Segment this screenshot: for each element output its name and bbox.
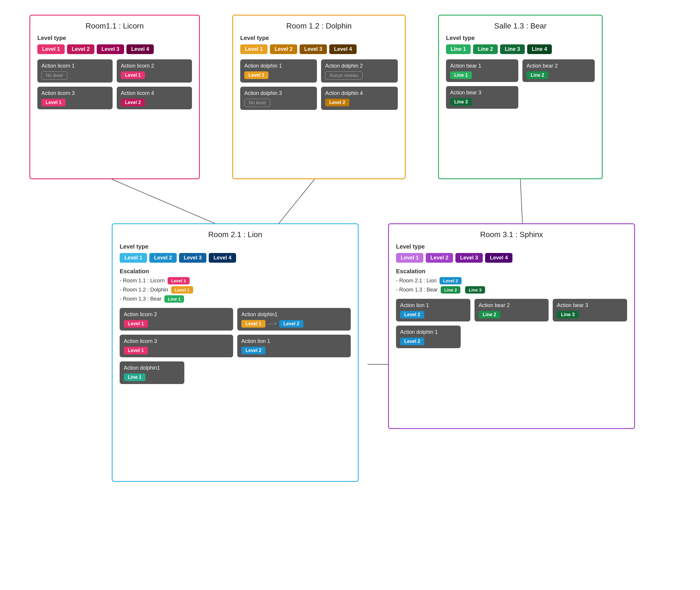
action-dolphin-2[interactable]: Action dolphin 2 Aucun niveau xyxy=(321,59,398,83)
room-31-level-type: Level type xyxy=(396,243,627,250)
action-bear-1-title: Action bear 1 xyxy=(450,63,514,69)
room-13-level-type: Level type xyxy=(446,35,595,41)
action-dolphin-3-title: Action dolphin 3 xyxy=(244,90,313,96)
badge-green-4[interactable]: Line 4 xyxy=(527,44,552,54)
room-11-badges: Level 1 Level 2 Level 3 Level 4 xyxy=(37,44,192,54)
action-dolphin1-line1-title: Action dolphin1 xyxy=(124,365,180,371)
action-dolphin-2-badge: Aucun niveau xyxy=(325,71,362,80)
badge-green-1[interactable]: Line 1 xyxy=(446,44,471,54)
action-bear-2-room31-title: Action bear 2 xyxy=(478,302,545,308)
action-dolphin1-badge2: Level 2 xyxy=(279,320,303,328)
action-licorn-3[interactable]: Action licorn 3 Level 1 xyxy=(37,87,113,109)
action-lion-1-room21[interactable]: Action lion 1 Level 2 xyxy=(237,335,351,357)
escalation-dolphin-text: - Room 1.2 : Dolphin xyxy=(120,287,168,293)
escalation-licorn-badge: Level 1 xyxy=(168,277,190,284)
action-dolphin-1-room31-title: Action dolphin 1 xyxy=(400,329,457,335)
action-dolphin-1-title: Action dolphin 1 xyxy=(244,63,313,69)
escalation-licorn-text: - Room 1.1 : Licorn xyxy=(120,278,165,284)
room-13-actions: Action bear 1 Line 1 Action bear 2 Line … xyxy=(446,59,595,109)
badge-orange-2[interactable]: Level 2 xyxy=(270,44,297,54)
badge-orange-4[interactable]: Level 4 xyxy=(329,44,357,54)
badge-orange-3[interactable]: Level 3 xyxy=(299,44,327,54)
badge-orange-1[interactable]: Level 1 xyxy=(240,44,268,54)
action-licorn-2-title: Action licorn 2 xyxy=(121,63,188,69)
action-licorn-2[interactable]: Action licorn 2 Level 1 xyxy=(117,59,192,83)
action-licorn-3-room21-title: Action licorn 3 xyxy=(124,338,229,345)
room-31-title: Room 3.1 : Sphinx xyxy=(396,230,627,239)
action-licorn-3-title: Action licorn 3 xyxy=(41,90,108,96)
escalation-lion: - Room 2.1 : Lion Level 2 xyxy=(396,277,627,284)
escalation-bear-31-text: - Room 1.3 : Bear xyxy=(396,287,438,293)
action-bear-2-room31[interactable]: Action bear 2 Line 2 xyxy=(474,299,549,321)
action-licorn-3-badge: Level 1 xyxy=(41,99,66,106)
action-dolphin-1[interactable]: Action dolphin 1 Level 1 xyxy=(240,59,317,83)
action-bear-1[interactable]: Action bear 1 Line 1 xyxy=(446,59,518,82)
action-bear-3-room31-title: Action bear 3 xyxy=(557,302,623,308)
escalation-bear: - Room 1.3 : Bear Line 1 xyxy=(120,295,351,303)
action-licorn-2-room21[interactable]: Action licorn 2 Level 1 xyxy=(120,308,233,330)
badge-blue-3[interactable]: Level 3 xyxy=(179,253,206,263)
escalation-dolphin: - Room 1.2 : Dolphin Level 1 xyxy=(120,286,351,294)
badge-purple-3[interactable]: Level 3 xyxy=(455,253,483,263)
action-licorn-4[interactable]: Action licorn 4 Level 2 xyxy=(117,87,192,109)
escalation-bear-text: - Room 1.3 : Bear xyxy=(120,296,161,302)
room-21-level-type: Level type xyxy=(120,243,351,250)
room-11-level-type: Level type xyxy=(37,35,192,41)
action-dolphin-3[interactable]: Action dolphin 3 No level xyxy=(240,87,317,110)
action-licorn-1-title: Action licorn 1 xyxy=(41,63,108,69)
action-licorn-1[interactable]: Action licorn 1 No level xyxy=(37,59,113,83)
action-dolphin-4[interactable]: Action dolphin 4 Level 2 xyxy=(321,87,398,110)
action-licorn-4-badge: Level 2 xyxy=(121,99,145,106)
action-bear-3[interactable]: Action bear 3 Line 3 xyxy=(446,86,518,109)
action-dolphin1-line1[interactable]: Action dolphin1 Line 1 xyxy=(120,362,184,384)
action-lion-1-room21-badge: Level 2 xyxy=(241,347,265,354)
room-12-level-type: Level type xyxy=(240,35,398,41)
room-21-escalation-label: Escalation xyxy=(120,268,351,275)
diagram-container: Room1.1 : Licorn Level type Level 1 Leve… xyxy=(0,0,700,590)
action-bear-2-title: Action bear 2 xyxy=(527,63,591,69)
escalation-dolphin-badge: Level 1 xyxy=(171,286,193,294)
room-12: Room 1.2 : Dolphin Level type Level 1 Le… xyxy=(232,15,406,179)
room-31-escalation-label: Escalation xyxy=(396,268,627,275)
escalation-licorn: - Room 1.1 : Licorn Level 1 xyxy=(120,277,351,284)
badge-green-3[interactable]: Line 3 xyxy=(500,44,525,54)
action-lion-1-room21-title: Action lion 1 xyxy=(241,338,347,345)
badge-purple-4[interactable]: Level 4 xyxy=(485,253,512,263)
badge-blue-4[interactable]: Level 4 xyxy=(209,253,236,263)
arrow-indicator: ----> xyxy=(268,321,277,326)
action-bear-3-room31-badge: Line 3 xyxy=(557,311,579,318)
room-21: Room 2.1 : Lion Level type Level 1 Level… xyxy=(112,223,359,482)
action-bear-2[interactable]: Action bear 2 Line 2 xyxy=(522,59,595,82)
badge-pink-4[interactable]: Level 4 xyxy=(126,44,154,54)
room-21-actions: Action licorn 2 Level 1 Action dolphin1 … xyxy=(120,308,351,384)
room-31-badges: Level 1 Level 2 Level 3 Level 4 xyxy=(396,253,627,263)
action-dolphin-4-title: Action dolphin 4 xyxy=(325,90,393,96)
escalation-lion-text: - Room 2.1 : Lion xyxy=(396,278,437,284)
badge-purple-1[interactable]: Level 1 xyxy=(396,253,423,263)
action-dolphin-3-badge: No level xyxy=(244,99,270,107)
badge-blue-2[interactable]: Level 2 xyxy=(149,253,177,263)
badge-blue-1[interactable]: Level 1 xyxy=(120,253,147,263)
action-dolphin1-line1-badge: Line 1 xyxy=(124,374,146,381)
action-dolphin-2-title: Action dolphin 2 xyxy=(325,63,393,69)
action-licorn-3-room21[interactable]: Action licorn 3 Level 1 xyxy=(120,335,233,357)
badge-green-2[interactable]: Line 2 xyxy=(473,44,498,54)
room-11-title: Room1.1 : Licorn xyxy=(37,21,192,30)
badge-pink-1[interactable]: Level 1 xyxy=(37,44,65,54)
action-dolphin1-room21-title: Action dolphin1 xyxy=(241,311,347,318)
room-11-actions: Action licorn 1 No level Action licorn 2… xyxy=(37,59,192,109)
badge-pink-2[interactable]: Level 2 xyxy=(67,44,94,54)
room-21-title: Room 2.1 : Lion xyxy=(120,230,351,239)
action-lion-1-room31[interactable]: Action lion 1 Level 2 xyxy=(396,299,470,321)
action-dolphin1-badge1: Level 1 xyxy=(241,320,265,328)
action-dolphin-1-room31[interactable]: Action dolphin 1 Level 2 xyxy=(396,325,461,348)
badge-purple-2[interactable]: Level 2 xyxy=(426,253,453,263)
action-bear-3-room31[interactable]: Action bear 3 Line 3 xyxy=(553,299,627,321)
action-bear-3-title: Action bear 3 xyxy=(450,90,514,96)
action-dolphin-1-room31-badge: Level 2 xyxy=(400,337,424,345)
escalation-lion-badge: Level 2 xyxy=(440,277,461,284)
action-bear-1-badge: Line 1 xyxy=(450,71,472,79)
action-dolphin1-room21[interactable]: Action dolphin1 Level 1 ----> Level 2 xyxy=(237,308,351,330)
escalation-bear-31-badge3: Line 3 xyxy=(465,286,485,294)
badge-pink-3[interactable]: Level 3 xyxy=(97,44,124,54)
